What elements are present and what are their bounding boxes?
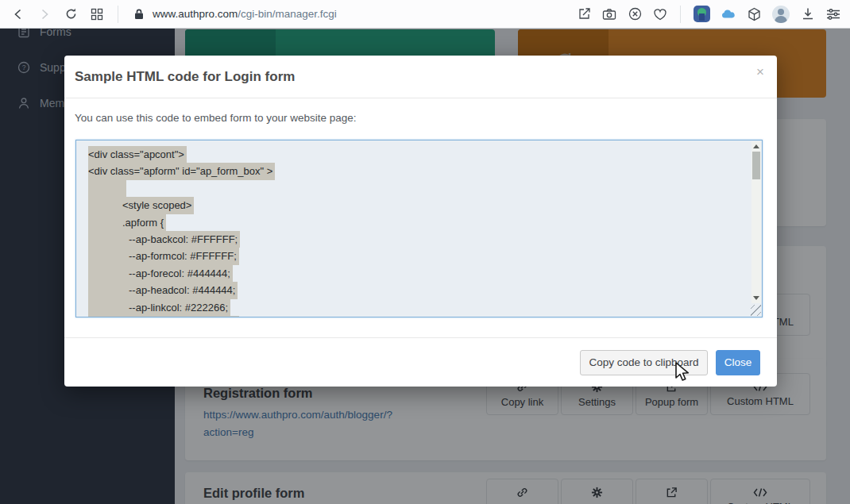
code-line: --ap-formcol: #FFFFFF; (88, 248, 748, 264)
shield-block-icon[interactable] (628, 7, 642, 21)
scroll-down-icon[interactable] (753, 296, 759, 300)
extension-icon[interactable] (694, 6, 710, 22)
code-line: --ap-headcol: #444444; (88, 282, 748, 298)
code-line: --ap-forecol: #444444; (88, 265, 748, 282)
url-path: /cgi-bin/manager.fcgi (238, 8, 337, 20)
scroll-up-icon[interactable] (753, 144, 759, 148)
code-line: --ap-linkcol: #222266; (88, 299, 748, 316)
close-icon[interactable]: × (756, 65, 764, 79)
settings-sliders-icon[interactable] (826, 7, 840, 21)
url-bar[interactable]: www.authpro.com/cgi-bin/manager.fcgi (153, 8, 337, 20)
toolbar-divider (680, 6, 681, 23)
url-host: www.authpro.com (153, 8, 238, 20)
download-icon[interactable] (801, 7, 815, 21)
sample-html-code-dialog: Sample HTML code for Login form × You ca… (64, 56, 777, 387)
code-content: <div class="apcont"> <div class="apform"… (88, 146, 748, 317)
edit-share-icon[interactable] (577, 7, 591, 21)
code-line: <div class="apform" id="ap_form_box" > (88, 163, 748, 179)
code-line (88, 180, 748, 197)
back-icon[interactable] (11, 7, 25, 21)
code-line: <div class="apcont"> (88, 146, 748, 163)
reload-icon[interactable] (64, 7, 78, 21)
cube-icon[interactable] (747, 7, 761, 21)
lock-icon (132, 7, 146, 21)
scrollbar-thumb[interactable] (752, 152, 760, 179)
code-line: .apform { (88, 214, 748, 231)
code-textarea[interactable]: <div class="apcont"> <div class="apform"… (75, 140, 763, 317)
code-line: --ap-backcol: #FFFFFF; (88, 231, 748, 248)
code-line: <style scoped> (88, 197, 748, 214)
cloud-icon[interactable] (721, 7, 736, 21)
browser-toolbar: www.authpro.com/cgi-bin/manager.fcgi (0, 0, 850, 29)
dialog-title: Sample HTML code for Login form (75, 69, 295, 85)
dialog-header: Sample HTML code for Login form × (64, 56, 777, 98)
resize-grip[interactable] (751, 305, 761, 316)
close-button[interactable]: Close (716, 350, 760, 375)
textarea-scrollbar[interactable] (751, 141, 761, 303)
toolbar-divider (118, 6, 118, 23)
copy-code-button[interactable]: Copy code to clipboard (580, 350, 708, 375)
camera-icon[interactable] (602, 7, 616, 21)
profile-avatar-icon[interactable] (772, 6, 790, 23)
dialog-instruction: You can use this code to embed form to y… (75, 112, 356, 124)
code-line-partial (88, 316, 748, 317)
bookmark-heart-icon[interactable] (653, 7, 667, 21)
forward-icon[interactable] (37, 7, 52, 21)
dialog-footer: Copy code to clipboard Close (64, 337, 777, 387)
apps-grid-icon[interactable] (90, 7, 104, 21)
